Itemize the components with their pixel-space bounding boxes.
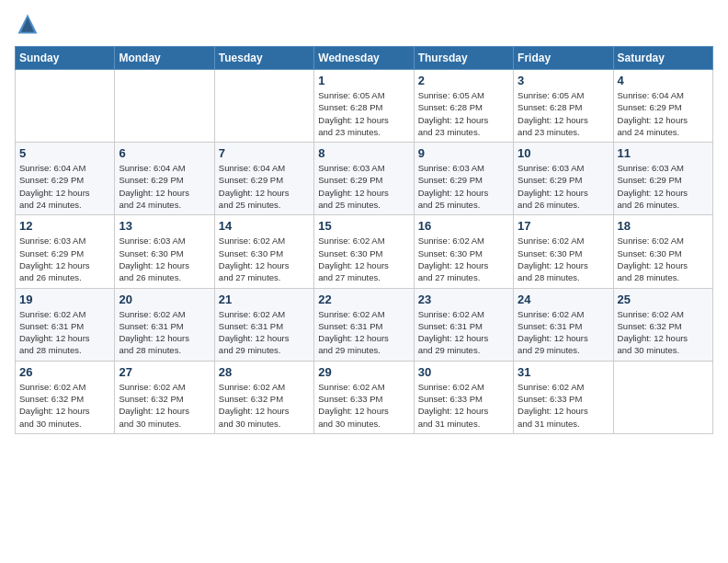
calendar-week-row: 1Sunrise: 6:05 AM Sunset: 6:28 PM Daylig…: [16, 70, 713, 143]
calendar-week-row: 12Sunrise: 6:03 AM Sunset: 6:29 PM Dayli…: [16, 215, 713, 288]
day-info: Sunrise: 6:02 AM Sunset: 6:30 PM Dayligh…: [518, 235, 609, 283]
weekday-header-sunday: Sunday: [16, 47, 115, 70]
day-info: Sunrise: 6:02 AM Sunset: 6:32 PM Dayligh…: [119, 381, 210, 430]
day-number: 30: [418, 365, 509, 379]
calendar-week-row: 19Sunrise: 6:02 AM Sunset: 6:31 PM Dayli…: [16, 288, 713, 361]
day-number: 28: [219, 365, 310, 379]
calendar-cell: [115, 70, 214, 143]
day-number: 31: [518, 365, 609, 379]
calendar-week-row: 26Sunrise: 6:02 AM Sunset: 6:32 PM Dayli…: [16, 361, 713, 433]
day-number: 2: [418, 74, 509, 87]
logo: [15, 15, 42, 37]
weekday-header-friday: Friday: [514, 47, 613, 70]
day-info: Sunrise: 6:02 AM Sunset: 6:33 PM Dayligh…: [318, 381, 409, 430]
day-info: Sunrise: 6:02 AM Sunset: 6:30 PM Dayligh…: [219, 235, 310, 283]
calendar-cell: 3Sunrise: 6:05 AM Sunset: 6:28 PM Daylig…: [514, 70, 613, 143]
day-number: 6: [119, 146, 210, 160]
calendar-cell: 5Sunrise: 6:04 AM Sunset: 6:29 PM Daylig…: [16, 143, 115, 215]
calendar-cell: 29Sunrise: 6:02 AM Sunset: 6:33 PM Dayli…: [314, 361, 414, 433]
calendar-cell: 7Sunrise: 6:04 AM Sunset: 6:29 PM Daylig…: [214, 143, 313, 215]
calendar-cell: 10Sunrise: 6:03 AM Sunset: 6:29 PM Dayli…: [514, 143, 613, 215]
day-number: 3: [518, 74, 609, 87]
day-info: Sunrise: 6:05 AM Sunset: 6:28 PM Dayligh…: [318, 89, 409, 138]
day-number: 13: [119, 219, 210, 233]
day-number: 5: [19, 146, 110, 160]
day-number: 1: [318, 74, 409, 87]
calendar-cell: 25Sunrise: 6:02 AM Sunset: 6:32 PM Dayli…: [613, 288, 712, 361]
day-number: 25: [618, 293, 709, 306]
day-info: Sunrise: 6:02 AM Sunset: 6:31 PM Dayligh…: [119, 308, 210, 357]
day-number: 22: [318, 293, 409, 306]
calendar-cell: 30Sunrise: 6:02 AM Sunset: 6:33 PM Dayli…: [414, 361, 513, 433]
weekday-header-monday: Monday: [115, 47, 214, 70]
day-number: 18: [618, 219, 709, 233]
calendar-cell: 1Sunrise: 6:05 AM Sunset: 6:28 PM Daylig…: [314, 70, 414, 143]
day-number: 15: [318, 219, 409, 233]
day-info: Sunrise: 6:03 AM Sunset: 6:29 PM Dayligh…: [418, 162, 509, 211]
calendar-cell: 8Sunrise: 6:03 AM Sunset: 6:29 PM Daylig…: [314, 143, 414, 215]
day-info: Sunrise: 6:03 AM Sunset: 6:30 PM Dayligh…: [119, 235, 210, 283]
calendar-cell: 19Sunrise: 6:02 AM Sunset: 6:31 PM Dayli…: [16, 288, 115, 361]
day-info: Sunrise: 6:03 AM Sunset: 6:29 PM Dayligh…: [19, 235, 110, 283]
day-number: 9: [418, 146, 509, 160]
calendar-cell: 17Sunrise: 6:02 AM Sunset: 6:30 PM Dayli…: [514, 215, 613, 288]
weekday-header-tuesday: Tuesday: [214, 47, 313, 70]
day-info: Sunrise: 6:02 AM Sunset: 6:32 PM Dayligh…: [219, 381, 310, 430]
calendar-header-row: SundayMondayTuesdayWednesdayThursdayFrid…: [16, 47, 713, 70]
day-info: Sunrise: 6:04 AM Sunset: 6:29 PM Dayligh…: [219, 162, 310, 211]
calendar-week-row: 5Sunrise: 6:04 AM Sunset: 6:29 PM Daylig…: [16, 143, 713, 215]
calendar-cell: 2Sunrise: 6:05 AM Sunset: 6:28 PM Daylig…: [414, 70, 513, 143]
calendar-cell: 14Sunrise: 6:02 AM Sunset: 6:30 PM Dayli…: [214, 215, 313, 288]
calendar-cell: 24Sunrise: 6:02 AM Sunset: 6:31 PM Dayli…: [514, 288, 613, 361]
day-number: 10: [518, 146, 609, 160]
calendar-cell: 20Sunrise: 6:02 AM Sunset: 6:31 PM Dayli…: [115, 288, 214, 361]
day-info: Sunrise: 6:04 AM Sunset: 6:29 PM Dayligh…: [19, 162, 110, 211]
calendar-cell: 9Sunrise: 6:03 AM Sunset: 6:29 PM Daylig…: [414, 143, 513, 215]
calendar-cell: 4Sunrise: 6:04 AM Sunset: 6:29 PM Daylig…: [613, 70, 712, 143]
calendar-cell: 28Sunrise: 6:02 AM Sunset: 6:32 PM Dayli…: [214, 361, 313, 433]
calendar-cell: 22Sunrise: 6:02 AM Sunset: 6:31 PM Dayli…: [314, 288, 414, 361]
calendar-cell: [613, 361, 712, 433]
day-number: 27: [119, 365, 210, 379]
day-info: Sunrise: 6:02 AM Sunset: 6:31 PM Dayligh…: [219, 308, 310, 357]
day-info: Sunrise: 6:02 AM Sunset: 6:33 PM Dayligh…: [418, 381, 509, 430]
day-info: Sunrise: 6:02 AM Sunset: 6:30 PM Dayligh…: [318, 235, 409, 283]
day-number: 23: [418, 293, 509, 306]
day-info: Sunrise: 6:05 AM Sunset: 6:28 PM Dayligh…: [418, 89, 509, 138]
day-info: Sunrise: 6:03 AM Sunset: 6:29 PM Dayligh…: [618, 162, 709, 211]
calendar-cell: 6Sunrise: 6:04 AM Sunset: 6:29 PM Daylig…: [115, 143, 214, 215]
day-info: Sunrise: 6:02 AM Sunset: 6:30 PM Dayligh…: [618, 235, 709, 283]
calendar-cell: 12Sunrise: 6:03 AM Sunset: 6:29 PM Dayli…: [16, 215, 115, 288]
day-number: 14: [219, 219, 310, 233]
calendar-cell: 21Sunrise: 6:02 AM Sunset: 6:31 PM Dayli…: [214, 288, 313, 361]
page-header: [15, 15, 713, 37]
calendar-cell: 18Sunrise: 6:02 AM Sunset: 6:30 PM Dayli…: [613, 215, 712, 288]
calendar-table: SundayMondayTuesdayWednesdayThursdayFrid…: [15, 46, 713, 434]
calendar-cell: [16, 70, 115, 143]
day-number: 20: [119, 293, 210, 306]
day-info: Sunrise: 6:02 AM Sunset: 6:31 PM Dayligh…: [418, 308, 509, 357]
weekday-header-saturday: Saturday: [613, 47, 712, 70]
day-number: 17: [518, 219, 609, 233]
calendar-cell: 16Sunrise: 6:02 AM Sunset: 6:30 PM Dayli…: [414, 215, 513, 288]
day-info: Sunrise: 6:02 AM Sunset: 6:33 PM Dayligh…: [518, 381, 609, 430]
calendar-body: 1Sunrise: 6:05 AM Sunset: 6:28 PM Daylig…: [16, 70, 713, 434]
calendar-cell: [214, 70, 313, 143]
day-info: Sunrise: 6:02 AM Sunset: 6:32 PM Dayligh…: [19, 381, 110, 430]
day-number: 26: [19, 365, 110, 379]
day-number: 21: [219, 293, 310, 306]
day-info: Sunrise: 6:02 AM Sunset: 6:31 PM Dayligh…: [19, 308, 110, 357]
day-number: 24: [518, 293, 609, 306]
day-info: Sunrise: 6:03 AM Sunset: 6:29 PM Dayligh…: [518, 162, 609, 211]
calendar-cell: 11Sunrise: 6:03 AM Sunset: 6:29 PM Dayli…: [613, 143, 712, 215]
day-info: Sunrise: 6:05 AM Sunset: 6:28 PM Dayligh…: [518, 89, 609, 138]
day-info: Sunrise: 6:03 AM Sunset: 6:29 PM Dayligh…: [318, 162, 409, 211]
calendar-cell: 15Sunrise: 6:02 AM Sunset: 6:30 PM Dayli…: [314, 215, 414, 288]
calendar-cell: 23Sunrise: 6:02 AM Sunset: 6:31 PM Dayli…: [414, 288, 513, 361]
calendar-cell: 13Sunrise: 6:03 AM Sunset: 6:30 PM Dayli…: [115, 215, 214, 288]
day-info: Sunrise: 6:02 AM Sunset: 6:31 PM Dayligh…: [518, 308, 609, 357]
day-number: 8: [318, 146, 409, 160]
calendar-cell: 31Sunrise: 6:02 AM Sunset: 6:33 PM Dayli…: [514, 361, 613, 433]
day-number: 12: [19, 219, 110, 233]
day-info: Sunrise: 6:02 AM Sunset: 6:31 PM Dayligh…: [318, 308, 409, 357]
